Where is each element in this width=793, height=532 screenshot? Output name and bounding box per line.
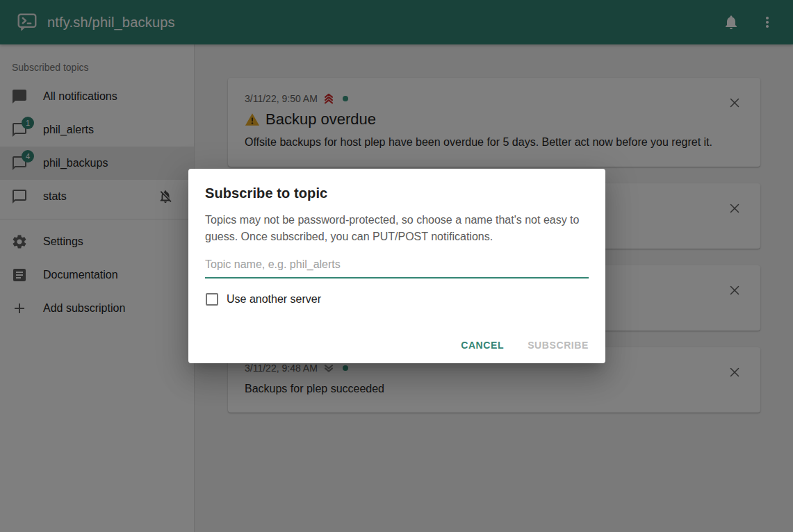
subscribe-button[interactable]: SUBSCRIBE [522,334,594,356]
dialog-description: Topics may not be password-protected, so… [205,212,589,245]
subscribe-dialog: Subscribe to topic Topics may not be pas… [188,169,605,363]
dialog-actions: CANCEL SUBSCRIBE [455,334,594,356]
checkbox-label: Use another server [227,293,321,306]
dialog-title: Subscribe to topic [188,169,605,201]
use-another-server-option[interactable]: Use another server [204,293,589,306]
cancel-button[interactable]: CANCEL [455,334,509,356]
topic-name-input[interactable] [205,256,589,279]
checkbox-unchecked-icon[interactable] [206,293,218,306]
